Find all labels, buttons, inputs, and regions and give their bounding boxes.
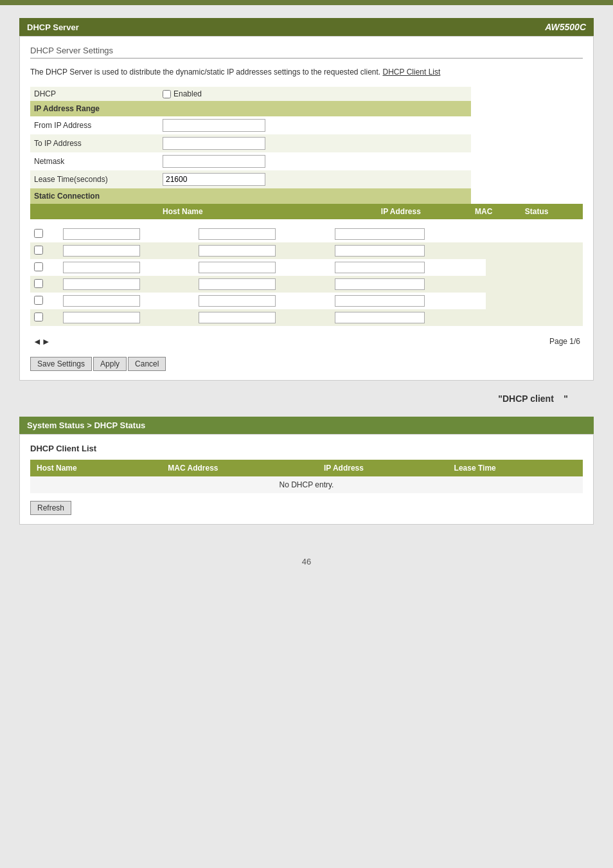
- dhcp-enabled-cell: Enabled: [163, 89, 373, 98]
- cancel-button[interactable]: Cancel: [128, 357, 166, 371]
- table-row: [30, 259, 583, 276]
- description-text: The DHCP Server is used to distribute th…: [30, 68, 380, 77]
- static-row-checkbox-1[interactable]: [34, 229, 43, 238]
- save-settings-button[interactable]: Save Settings: [30, 357, 92, 371]
- dhcp-client-list-link[interactable]: DHCP Client List: [383, 68, 441, 77]
- table-row: [30, 276, 583, 293]
- enabled-label: Enabled: [173, 89, 202, 98]
- static-row-checkbox-2[interactable]: [34, 246, 43, 255]
- host-name-input-2[interactable]: [63, 245, 140, 257]
- middle-text: "DHCP client ": [19, 381, 594, 410]
- host-name-input-1[interactable]: [63, 228, 140, 240]
- nav-row: ◄► Page 1/6: [30, 332, 583, 350]
- from-ip-row: From IP Address: [30, 116, 583, 134]
- to-ip-input[interactable]: [163, 137, 265, 150]
- ip-input-4[interactable]: [199, 278, 276, 290]
- static-row-checkbox-6[interactable]: [34, 312, 43, 321]
- static-row-checkbox-4[interactable]: [34, 279, 43, 288]
- dhcp-row: DHCP Enabled: [30, 87, 583, 101]
- dhcp-server-body: DHCP Server Settings The DHCP Server is …: [19, 36, 594, 381]
- lease-time-label: Lease Time(seconds): [30, 170, 159, 188]
- dhcp-server-header: DHCP Server AW5500C: [19, 18, 594, 36]
- table-row: [30, 226, 583, 242]
- host-name-header: Host Name: [159, 204, 377, 219]
- client-table-header-row: Host Name MAC Address IP Address Lease T…: [30, 460, 583, 476]
- mac-header: MAC: [471, 204, 521, 219]
- netmask-label: Netmask: [30, 152, 159, 170]
- mac-input-4[interactable]: [335, 278, 425, 290]
- status-header: System Status > DHCP Status: [19, 417, 594, 434]
- status-panel: System Status > DHCP Status DHCP Client …: [19, 417, 594, 525]
- mac-input-2[interactable]: [335, 245, 425, 257]
- client-table: Host Name MAC Address IP Address Lease T…: [30, 460, 583, 493]
- from-ip-input[interactable]: [163, 119, 265, 132]
- description: The DHCP Server is used to distribute th…: [30, 66, 583, 78]
- dhcp-label: DHCP: [30, 87, 159, 101]
- ip-address-header: IP Address: [377, 204, 471, 219]
- netmask-row: Netmask: [30, 152, 583, 170]
- device-name: AW5500C: [545, 22, 586, 32]
- action-buttons: Save Settings Apply Cancel: [30, 357, 583, 371]
- ip-input-5[interactable]: [199, 295, 276, 307]
- table-row: [30, 293, 583, 309]
- static-row-checkbox-5[interactable]: [34, 296, 43, 305]
- lease-time-col-header: Lease Time: [448, 460, 583, 476]
- lease-time-row: Lease Time(seconds) 21600: [30, 170, 583, 188]
- no-entry-row: No DHCP entry.: [30, 476, 583, 493]
- status-body: DHCP Client List Host Name MAC Address I…: [19, 434, 594, 525]
- static-rows-table: [30, 226, 583, 326]
- top-bar: [0, 0, 613, 5]
- host-name-input-6[interactable]: [63, 312, 140, 323]
- dhcp-server-title: DHCP Server: [27, 23, 79, 32]
- host-name-input-3[interactable]: [63, 262, 140, 273]
- ip-range-section-row: IP Address Range: [30, 101, 583, 116]
- ip-input-3[interactable]: [199, 262, 276, 273]
- ip-input-1[interactable]: [199, 228, 276, 240]
- ip-address-col-header: IP Address: [317, 460, 448, 476]
- static-header-row: Host Name IP Address MAC Status: [30, 204, 583, 219]
- host-name-col-header: Host Name: [30, 460, 161, 476]
- no-entry-text: No DHCP entry.: [30, 476, 583, 493]
- section-title: DHCP Server Settings: [30, 46, 583, 59]
- lease-time-input[interactable]: 21600: [163, 173, 265, 186]
- mac-input-5[interactable]: [335, 295, 425, 307]
- table-row: [30, 242, 583, 259]
- page-info: Page 1/6: [549, 337, 580, 346]
- dhcp-enabled-checkbox[interactable]: [163, 90, 171, 98]
- status-header: Status: [521, 204, 583, 219]
- dhcp-form-table: DHCP Enabled IP Address Range From I: [30, 87, 583, 219]
- mac-input-1[interactable]: [335, 228, 425, 240]
- netmask-input[interactable]: [163, 155, 265, 168]
- static-row-checkbox-3[interactable]: [34, 262, 43, 271]
- to-ip-row: To IP Address: [30, 134, 583, 152]
- from-ip-label: From IP Address: [30, 116, 159, 134]
- client-list-title: DHCP Client List: [30, 444, 583, 453]
- host-name-input-4[interactable]: [63, 278, 140, 290]
- static-connection-label: Static Connection: [30, 188, 471, 204]
- mac-input-3[interactable]: [335, 262, 425, 273]
- dhcp-server-panel: DHCP Server AW5500C DHCP Server Settings…: [19, 18, 594, 381]
- dhcp-client-quote-text: "DHCP client ": [498, 393, 568, 404]
- ip-input-2[interactable]: [199, 245, 276, 257]
- static-connection-section-row: Static Connection: [30, 188, 583, 204]
- ip-input-6[interactable]: [199, 312, 276, 323]
- host-name-input-5[interactable]: [63, 295, 140, 307]
- mac-input-6[interactable]: [335, 312, 425, 323]
- mac-address-col-header: MAC Address: [161, 460, 317, 476]
- to-ip-label: To IP Address: [30, 134, 159, 152]
- table-row: [30, 309, 583, 326]
- page-number: 46: [302, 557, 311, 566]
- nav-arrows[interactable]: ◄►: [33, 336, 51, 347]
- refresh-button[interactable]: Refresh: [30, 501, 71, 515]
- page-footer: 46: [0, 538, 613, 586]
- ip-range-label: IP Address Range: [30, 101, 471, 116]
- apply-button[interactable]: Apply: [93, 357, 127, 371]
